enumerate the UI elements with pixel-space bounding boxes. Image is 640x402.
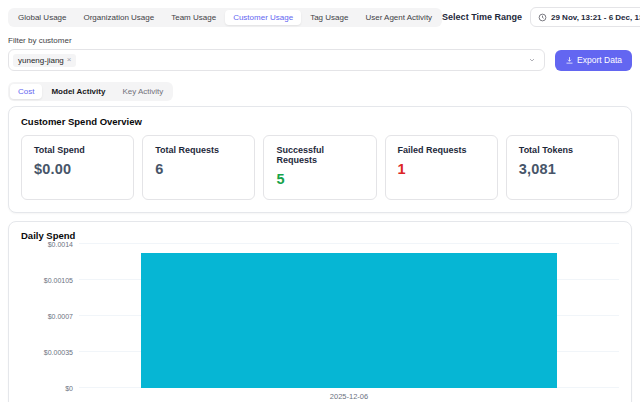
stat-label: Total Spend bbox=[34, 145, 121, 155]
tab-global-usage[interactable]: Global Usage bbox=[10, 10, 74, 25]
chart-x-axis: 2025-12-06 bbox=[79, 388, 619, 402]
y-tick-label: $0.00035 bbox=[44, 349, 73, 356]
y-tick-label: $0.0007 bbox=[48, 313, 73, 320]
tab-key-activity[interactable]: Key Activity bbox=[114, 84, 171, 99]
time-range-select[interactable]: 29 Nov, 13:21 - 6 Dec, 13:21 bbox=[530, 7, 640, 27]
y-tick-label: $0.00105 bbox=[44, 277, 73, 284]
time-range-section: Select Time Range 29 Nov, 13:21 - 6 Dec,… bbox=[442, 7, 640, 27]
daily-spend-title: Daily Spend bbox=[21, 230, 619, 241]
daily-spend-bar[interactable] bbox=[141, 253, 557, 388]
stat-value: 1 bbox=[398, 161, 485, 177]
gridline bbox=[79, 243, 619, 244]
stat-label: Failed Requests bbox=[398, 145, 485, 155]
stat-label: Total Requests bbox=[155, 145, 242, 155]
customer-tag: yuneng-jiang × bbox=[13, 54, 76, 67]
x-tick-label: 2025-12-06 bbox=[79, 392, 619, 401]
export-data-button[interactable]: Export Data bbox=[555, 50, 632, 71]
tab-cost[interactable]: Cost bbox=[10, 84, 42, 99]
filter-by-customer-label: Filter by customer bbox=[8, 36, 632, 45]
customer-spend-overview-card: Customer Spend Overview Total Spend $0.0… bbox=[8, 106, 632, 213]
daily-spend-card: Daily Spend $0$0.00035$0.0007$0.00105$0.… bbox=[8, 221, 632, 402]
tab-model-activity[interactable]: Model Activity bbox=[43, 84, 113, 99]
view-tabs-row: Cost Model Activity Key Activity bbox=[8, 80, 632, 101]
stat-value: $0.00 bbox=[34, 161, 121, 177]
stat-card-total-requests: Total Requests 6 bbox=[142, 135, 255, 200]
stat-card-failed-requests: Failed Requests 1 bbox=[385, 135, 498, 200]
view-tabs: Cost Model Activity Key Activity bbox=[8, 82, 173, 101]
filter-row: yuneng-jiang × Export Data bbox=[8, 49, 632, 71]
time-range-label: Select Time Range bbox=[442, 12, 522, 22]
stat-card-total-spend: Total Spend $0.00 bbox=[21, 135, 134, 200]
download-icon bbox=[565, 56, 574, 65]
tab-team-usage[interactable]: Team Usage bbox=[163, 10, 224, 25]
tab-tag-usage[interactable]: Tag Usage bbox=[302, 10, 356, 25]
time-range-value: 29 Nov, 13:21 - 6 Dec, 13:21 bbox=[551, 13, 640, 22]
y-tick-label: $0.0014 bbox=[48, 241, 73, 248]
stat-value: 6 bbox=[155, 161, 242, 177]
daily-spend-chart: $0$0.00035$0.0007$0.00105$0.0014 bbox=[21, 244, 619, 388]
stats-grid: Total Spend $0.00 Total Requests 6 Succe… bbox=[21, 135, 619, 200]
stat-value: 3,081 bbox=[519, 161, 606, 177]
stat-label: Successful Requests bbox=[276, 145, 363, 165]
stat-label: Total Tokens bbox=[519, 145, 606, 155]
chevron-down-icon bbox=[528, 56, 536, 64]
customer-filter-input[interactable]: yuneng-jiang × bbox=[8, 49, 545, 71]
chart-y-axis: $0$0.00035$0.0007$0.00105$0.0014 bbox=[21, 244, 79, 388]
export-data-label: Export Data bbox=[577, 55, 622, 65]
usage-tabs: Global Usage Organization Usage Team Usa… bbox=[8, 8, 442, 27]
overview-title: Customer Spend Overview bbox=[21, 116, 619, 127]
tab-user-agent-activity[interactable]: User Agent Activity bbox=[357, 10, 440, 25]
chart-plot bbox=[79, 244, 619, 388]
tab-customer-usage[interactable]: Customer Usage bbox=[225, 10, 301, 25]
stat-card-total-tokens: Total Tokens 3,081 bbox=[506, 135, 619, 200]
tab-organization-usage[interactable]: Organization Usage bbox=[75, 10, 162, 25]
tag-remove-icon[interactable]: × bbox=[67, 56, 72, 64]
customer-tag-label: yuneng-jiang bbox=[18, 56, 64, 65]
clock-icon bbox=[538, 13, 547, 22]
stat-card-successful-requests: Successful Requests 5 bbox=[263, 135, 376, 200]
stat-value: 5 bbox=[276, 171, 363, 187]
y-tick-label: $0 bbox=[65, 385, 73, 392]
top-bar: Global Usage Organization Usage Team Usa… bbox=[8, 7, 632, 27]
